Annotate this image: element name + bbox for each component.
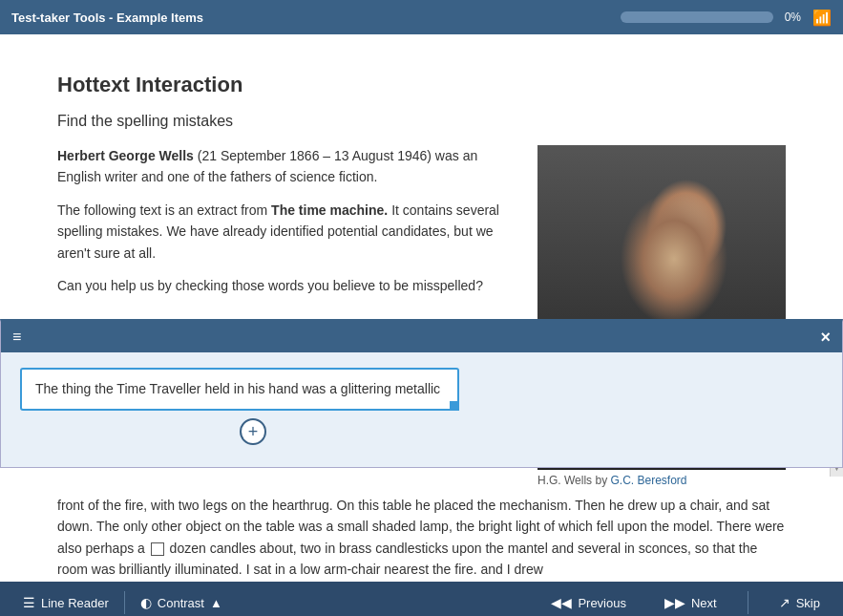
book-title: The time machine. [271, 202, 388, 218]
svg-point-7 [602, 212, 721, 288]
progress-bar [621, 11, 773, 23]
author-paragraph: Herbert George Wells (21 September 1866 … [57, 145, 518, 188]
popup-menu-icon[interactable]: ≡ [12, 329, 21, 346]
previous-button[interactable]: ◀◀ Previous [543, 591, 634, 614]
contrast-label: Contrast [158, 596, 204, 610]
main-content: Hottext Interaction Find the spelling mi… [0, 34, 843, 582]
skip-label: Skip [796, 596, 820, 610]
skip-button[interactable]: ↗ Skip [771, 591, 828, 614]
below-text-paragraph: front of the fire, with two legs on the … [57, 495, 786, 581]
page-title: Hottext Interaction [57, 73, 786, 97]
bottom-left: ☰ Line Reader ◐ Contrast ▲ [15, 591, 230, 614]
inline-checkbox[interactable] [151, 542, 164, 556]
contrast-icon: ◐ [140, 595, 152, 610]
portrait-caption: H.G. Wells by G.C. Beresford [537, 474, 786, 487]
subtitle: Find the spelling mistakes [57, 113, 786, 130]
svg-rect-8 [602, 250, 721, 279]
portrait-caption-text: H.G. Wells by [537, 474, 610, 487]
svg-point-11 [673, 299, 692, 312]
extract-paragraph: The following text is an extract from Th… [57, 200, 518, 264]
svg-point-10 [631, 299, 650, 312]
content-scroll[interactable]: Hottext Interaction Find the spelling mi… [0, 34, 843, 582]
svg-point-12 [636, 302, 645, 309]
below-popup-content: front of the fire, with two legs on the … [29, 495, 814, 582]
popup-header: ≡ × [1, 322, 842, 352]
separator-2 [748, 591, 748, 614]
extract-intro: The following text is an extract from [57, 202, 271, 218]
progress-label: 0% [785, 11, 801, 24]
portrait-caption-link[interactable]: G.C. Beresford [610, 474, 686, 487]
app-title: Test-taker Tools - Example Items [11, 11, 203, 25]
line-reader-button[interactable]: ☰ Line Reader [15, 591, 116, 614]
previous-label: Previous [578, 596, 626, 610]
next-label: Next [691, 596, 717, 610]
wifi-icon: 📶 [812, 9, 832, 27]
contrast-chevron-icon: ▲ [210, 596, 222, 610]
skip-icon: ↗ [779, 595, 790, 610]
popup-add-button[interactable]: + [240, 418, 266, 445]
popup-body: The thing the Time Traveller held in his… [1, 352, 842, 467]
line-reader-label: Line Reader [41, 596, 109, 610]
bottom-bar: ☰ Line Reader ◐ Contrast ▲ ◀◀ Previous ▶… [0, 582, 843, 616]
contrast-button[interactable]: ◐ Contrast ▲ [133, 591, 230, 614]
popup-text: The thing the Time Traveller held in his… [35, 381, 440, 396]
hottext-popup: ≡ × The thing the Time Traveller held in… [0, 319, 843, 468]
bottom-right: ◀◀ Previous ▶▶ Next ↗ Skip [543, 591, 828, 614]
top-bar: Test-taker Tools - Example Items 0% 📶 [0, 0, 843, 34]
svg-point-13 [678, 302, 687, 309]
popup-close-icon[interactable]: × [820, 328, 831, 348]
previous-icon: ◀◀ [551, 595, 572, 610]
separator-1 [124, 591, 125, 614]
line-reader-icon: ☰ [23, 595, 35, 610]
top-bar-right: 0% 📶 [621, 9, 832, 27]
help-paragraph: Can you help us by checking those words … [57, 275, 518, 296]
next-icon: ▶▶ [664, 595, 685, 610]
popup-text-box: The thing the Time Traveller held in his… [20, 368, 459, 411]
author-name: Herbert George Wells [57, 148, 194, 163]
next-button[interactable]: ▶▶ Next [657, 591, 725, 614]
